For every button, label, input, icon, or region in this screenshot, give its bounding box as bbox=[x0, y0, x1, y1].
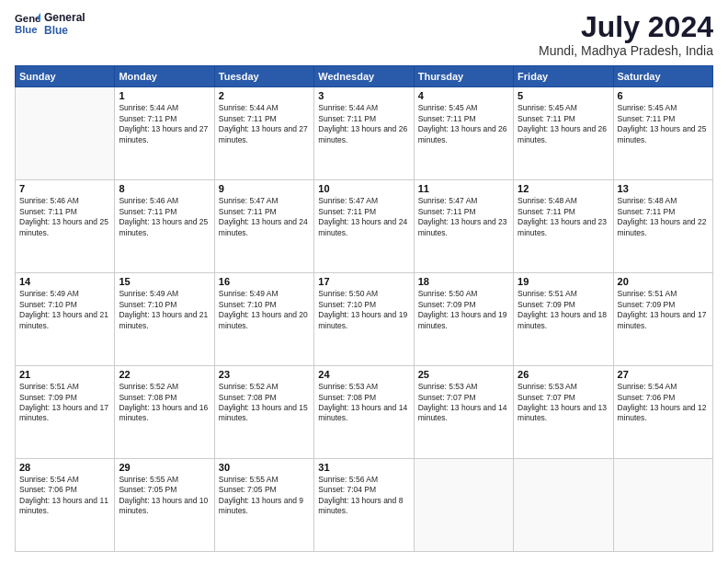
calendar-cell: 31Sunrise: 5:56 AMSunset: 7:04 PMDayligh… bbox=[314, 459, 414, 552]
calendar-cell: 18Sunrise: 5:50 AMSunset: 7:09 PMDayligh… bbox=[414, 273, 513, 366]
cell-info: Sunrise: 5:53 AMSunset: 7:08 PMDaylight:… bbox=[318, 382, 409, 424]
calendar-cell: 20Sunrise: 5:51 AMSunset: 7:09 PMDayligh… bbox=[613, 273, 712, 366]
calendar-cell: 15Sunrise: 5:49 AMSunset: 7:10 PMDayligh… bbox=[115, 273, 214, 366]
calendar-header-sunday: Sunday bbox=[16, 66, 115, 87]
calendar-cell bbox=[514, 459, 613, 552]
cell-info: Sunrise: 5:46 AMSunset: 7:11 PMDaylight:… bbox=[119, 196, 210, 238]
logo-text-line2: Blue bbox=[44, 24, 85, 37]
cell-info: Sunrise: 5:50 AMSunset: 7:09 PMDaylight:… bbox=[418, 289, 509, 331]
calendar-cell: 7Sunrise: 5:46 AMSunset: 7:11 PMDaylight… bbox=[16, 180, 115, 273]
calendar-header-saturday: Saturday bbox=[613, 66, 712, 87]
day-number: 17 bbox=[318, 276, 409, 287]
calendar-cell: 8Sunrise: 5:46 AMSunset: 7:11 PMDaylight… bbox=[115, 180, 214, 273]
header: General Blue General Blue July 2024 Mund… bbox=[15, 11, 713, 58]
day-number: 14 bbox=[19, 276, 110, 287]
day-number: 28 bbox=[19, 462, 110, 473]
cell-info: Sunrise: 5:53 AMSunset: 7:07 PMDaylight:… bbox=[518, 382, 609, 424]
calendar-cell bbox=[16, 87, 115, 180]
cell-info: Sunrise: 5:51 AMSunset: 7:09 PMDaylight:… bbox=[618, 289, 709, 331]
day-number: 8 bbox=[119, 183, 210, 194]
day-number: 7 bbox=[19, 183, 110, 194]
cell-info: Sunrise: 5:44 AMSunset: 7:11 PMDaylight:… bbox=[219, 103, 310, 145]
cell-info: Sunrise: 5:53 AMSunset: 7:07 PMDaylight:… bbox=[418, 382, 509, 424]
cell-info: Sunrise: 5:55 AMSunset: 7:05 PMDaylight:… bbox=[219, 475, 310, 517]
calendar-cell: 26Sunrise: 5:53 AMSunset: 7:07 PMDayligh… bbox=[514, 366, 613, 459]
day-number: 9 bbox=[219, 183, 310, 194]
cell-info: Sunrise: 5:45 AMSunset: 7:11 PMDaylight:… bbox=[518, 103, 609, 145]
cell-info: Sunrise: 5:49 AMSunset: 7:10 PMDaylight:… bbox=[19, 289, 110, 331]
cell-info: Sunrise: 5:47 AMSunset: 7:11 PMDaylight:… bbox=[219, 196, 310, 238]
cell-info: Sunrise: 5:54 AMSunset: 7:06 PMDaylight:… bbox=[19, 475, 110, 517]
calendar-header-friday: Friday bbox=[514, 66, 613, 87]
cell-info: Sunrise: 5:49 AMSunset: 7:10 PMDaylight:… bbox=[119, 289, 210, 331]
day-number: 4 bbox=[418, 90, 509, 101]
day-number: 3 bbox=[318, 90, 409, 101]
calendar-cell: 10Sunrise: 5:47 AMSunset: 7:11 PMDayligh… bbox=[314, 180, 414, 273]
calendar-cell: 3Sunrise: 5:44 AMSunset: 7:11 PMDaylight… bbox=[314, 87, 414, 180]
cell-info: Sunrise: 5:46 AMSunset: 7:11 PMDaylight:… bbox=[19, 196, 110, 238]
cell-info: Sunrise: 5:48 AMSunset: 7:11 PMDaylight:… bbox=[618, 196, 709, 238]
day-number: 18 bbox=[418, 276, 509, 287]
cell-info: Sunrise: 5:50 AMSunset: 7:10 PMDaylight:… bbox=[318, 289, 409, 331]
calendar-cell: 27Sunrise: 5:54 AMSunset: 7:06 PMDayligh… bbox=[613, 366, 712, 459]
calendar-cell: 12Sunrise: 5:48 AMSunset: 7:11 PMDayligh… bbox=[514, 180, 613, 273]
day-number: 26 bbox=[518, 369, 609, 380]
title-block: July 2024 Mundi, Madhya Pradesh, India bbox=[539, 11, 713, 58]
day-number: 15 bbox=[119, 276, 210, 287]
day-number: 1 bbox=[119, 90, 210, 101]
calendar-week-row: 21Sunrise: 5:51 AMSunset: 7:09 PMDayligh… bbox=[16, 366, 713, 459]
cell-info: Sunrise: 5:52 AMSunset: 7:08 PMDaylight:… bbox=[219, 382, 310, 424]
calendar-cell: 17Sunrise: 5:50 AMSunset: 7:10 PMDayligh… bbox=[314, 273, 414, 366]
logo-icon: General Blue bbox=[15, 11, 40, 37]
day-number: 10 bbox=[318, 183, 409, 194]
calendar-cell: 5Sunrise: 5:45 AMSunset: 7:11 PMDaylight… bbox=[514, 87, 613, 180]
cell-info: Sunrise: 5:47 AMSunset: 7:11 PMDaylight:… bbox=[418, 196, 509, 238]
day-number: 22 bbox=[119, 369, 210, 380]
calendar-week-row: 1Sunrise: 5:44 AMSunset: 7:11 PMDaylight… bbox=[16, 87, 713, 180]
calendar-cell bbox=[414, 459, 513, 552]
calendar-cell bbox=[613, 459, 712, 552]
day-number: 6 bbox=[618, 90, 709, 101]
cell-info: Sunrise: 5:45 AMSunset: 7:11 PMDaylight:… bbox=[418, 103, 509, 145]
calendar-cell: 28Sunrise: 5:54 AMSunset: 7:06 PMDayligh… bbox=[16, 459, 115, 552]
calendar-header-wednesday: Wednesday bbox=[314, 66, 414, 87]
cell-info: Sunrise: 5:44 AMSunset: 7:11 PMDaylight:… bbox=[119, 103, 210, 145]
calendar-header-row: SundayMondayTuesdayWednesdayThursdayFrid… bbox=[16, 66, 713, 87]
calendar-cell: 25Sunrise: 5:53 AMSunset: 7:07 PMDayligh… bbox=[414, 366, 513, 459]
day-number: 16 bbox=[219, 276, 310, 287]
calendar-cell: 24Sunrise: 5:53 AMSunset: 7:08 PMDayligh… bbox=[314, 366, 414, 459]
cell-info: Sunrise: 5:49 AMSunset: 7:10 PMDaylight:… bbox=[219, 289, 310, 331]
day-number: 20 bbox=[618, 276, 709, 287]
calendar-cell: 30Sunrise: 5:55 AMSunset: 7:05 PMDayligh… bbox=[214, 459, 313, 552]
calendar-week-row: 14Sunrise: 5:49 AMSunset: 7:10 PMDayligh… bbox=[16, 273, 713, 366]
calendar-cell: 1Sunrise: 5:44 AMSunset: 7:11 PMDaylight… bbox=[115, 87, 214, 180]
day-number: 12 bbox=[518, 183, 609, 194]
day-number: 13 bbox=[618, 183, 709, 194]
calendar-cell: 22Sunrise: 5:52 AMSunset: 7:08 PMDayligh… bbox=[115, 366, 214, 459]
cell-info: Sunrise: 5:54 AMSunset: 7:06 PMDaylight:… bbox=[618, 382, 709, 424]
page: General Blue General Blue July 2024 Mund… bbox=[0, 0, 728, 563]
cell-info: Sunrise: 5:47 AMSunset: 7:11 PMDaylight:… bbox=[318, 196, 409, 238]
cell-info: Sunrise: 5:51 AMSunset: 7:09 PMDaylight:… bbox=[518, 289, 609, 331]
cell-info: Sunrise: 5:52 AMSunset: 7:08 PMDaylight:… bbox=[119, 382, 210, 424]
cell-info: Sunrise: 5:44 AMSunset: 7:11 PMDaylight:… bbox=[318, 103, 409, 145]
day-number: 19 bbox=[518, 276, 609, 287]
day-number: 31 bbox=[318, 462, 409, 473]
calendar-cell: 21Sunrise: 5:51 AMSunset: 7:09 PMDayligh… bbox=[16, 366, 115, 459]
calendar-week-row: 7Sunrise: 5:46 AMSunset: 7:11 PMDaylight… bbox=[16, 180, 713, 273]
cell-info: Sunrise: 5:55 AMSunset: 7:05 PMDaylight:… bbox=[119, 475, 210, 517]
page-subtitle: Mundi, Madhya Pradesh, India bbox=[539, 43, 713, 58]
calendar-cell: 19Sunrise: 5:51 AMSunset: 7:09 PMDayligh… bbox=[514, 273, 613, 366]
day-number: 23 bbox=[219, 369, 310, 380]
calendar-header-thursday: Thursday bbox=[414, 66, 513, 87]
cell-info: Sunrise: 5:56 AMSunset: 7:04 PMDaylight:… bbox=[318, 475, 409, 517]
cell-info: Sunrise: 5:48 AMSunset: 7:11 PMDaylight:… bbox=[518, 196, 609, 238]
calendar-cell: 29Sunrise: 5:55 AMSunset: 7:05 PMDayligh… bbox=[115, 459, 214, 552]
calendar-cell: 14Sunrise: 5:49 AMSunset: 7:10 PMDayligh… bbox=[16, 273, 115, 366]
calendar-cell: 2Sunrise: 5:44 AMSunset: 7:11 PMDaylight… bbox=[214, 87, 313, 180]
calendar-cell: 16Sunrise: 5:49 AMSunset: 7:10 PMDayligh… bbox=[214, 273, 313, 366]
day-number: 25 bbox=[418, 369, 509, 380]
calendar-header-tuesday: Tuesday bbox=[214, 66, 313, 87]
calendar-cell: 23Sunrise: 5:52 AMSunset: 7:08 PMDayligh… bbox=[214, 366, 313, 459]
day-number: 29 bbox=[119, 462, 210, 473]
